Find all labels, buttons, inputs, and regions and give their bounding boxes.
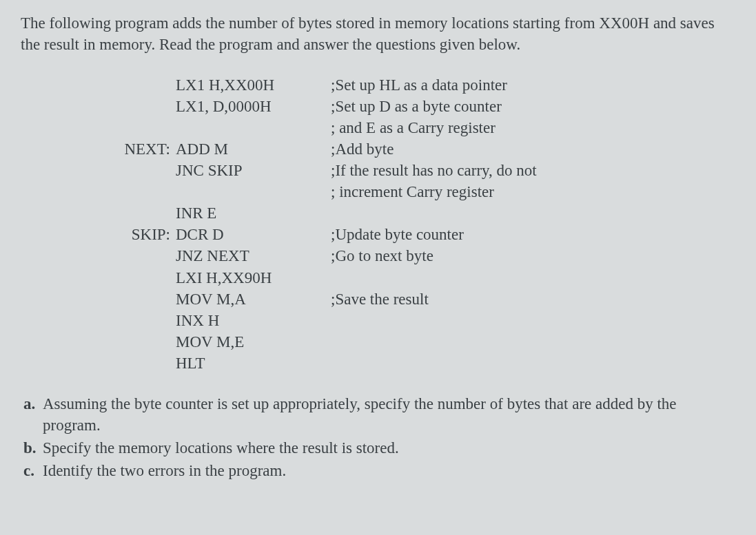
code-instruction: JNZ NEXT xyxy=(176,245,331,266)
code-comment: ;Save the result xyxy=(331,289,735,310)
question-text: Specify the memory locations where the r… xyxy=(43,437,735,459)
code-instruction: INX H xyxy=(176,310,331,331)
code-instruction: LX1 H,XX00H xyxy=(176,74,331,96)
code-row: LX1, D,0000H ;Set up D as a byte counter xyxy=(110,96,735,117)
code-comment: ; and E as a Carry register xyxy=(331,117,735,138)
code-instruction: MOV M,A xyxy=(176,289,331,310)
code-comment: ;Update byte counter xyxy=(331,224,735,245)
code-label: SKIP: xyxy=(110,224,176,245)
question-text: Assuming the byte counter is set up appr… xyxy=(43,393,735,436)
code-instruction: JNC SKIP xyxy=(176,160,331,181)
question-label: a. xyxy=(23,393,43,415)
question-a: a. Assuming the byte counter is set up a… xyxy=(23,393,735,436)
code-comment: ; increment Carry register xyxy=(331,181,735,202)
code-row: MOV M,A ;Save the result xyxy=(110,289,735,310)
code-row: JNZ NEXT ;Go to next byte xyxy=(110,245,735,266)
code-comment: ;If the result has no carry, do not xyxy=(331,160,735,181)
question-b: b. Specify the memory locations where th… xyxy=(23,437,735,459)
code-row: HLT xyxy=(110,353,735,374)
code-instruction: LXI H,XX90H xyxy=(176,267,331,289)
code-row: INR E xyxy=(110,202,735,224)
code-row: SKIP: DCR D ;Update byte counter xyxy=(110,224,735,245)
code-comment: ;Set up D as a byte counter xyxy=(331,96,735,117)
code-instruction: INR E xyxy=(176,202,331,224)
code-row: ; increment Carry register xyxy=(110,181,735,202)
question-label: c. xyxy=(23,460,43,481)
code-row: LXI H,XX90H xyxy=(110,267,735,289)
question-label: b. xyxy=(23,437,43,459)
code-row: LX1 H,XX00H ;Set up HL as a data pointer xyxy=(110,74,735,96)
code-label: NEXT: xyxy=(110,138,176,160)
code-row: NEXT: ADD M ;Add byte xyxy=(110,138,735,160)
code-instruction: ADD M xyxy=(176,138,331,160)
code-instruction: LX1, D,0000H xyxy=(176,96,331,117)
code-instruction: HLT xyxy=(176,353,331,374)
code-instruction: MOV M,E xyxy=(176,331,331,353)
questions-list: a. Assuming the byte counter is set up a… xyxy=(21,393,735,481)
code-instruction: DCR D xyxy=(176,224,331,245)
code-row: JNC SKIP ;If the result has no carry, do… xyxy=(110,160,735,181)
question-text: Identify the two errors in the program. xyxy=(43,460,735,481)
assembly-code-block: LX1 H,XX00H ;Set up HL as a data pointer… xyxy=(110,74,735,374)
code-row: MOV M,E xyxy=(110,331,735,353)
code-comment: ;Set up HL as a data pointer xyxy=(331,74,735,96)
code-row: ; and E as a Carry register xyxy=(110,117,735,138)
code-comment: ;Add byte xyxy=(331,138,735,160)
code-row: INX H xyxy=(110,310,735,331)
code-comment: ;Go to next byte xyxy=(331,245,735,266)
question-c: c. Identify the two errors in the progra… xyxy=(23,460,735,481)
intro-paragraph: The following program adds the number of… xyxy=(21,12,735,55)
